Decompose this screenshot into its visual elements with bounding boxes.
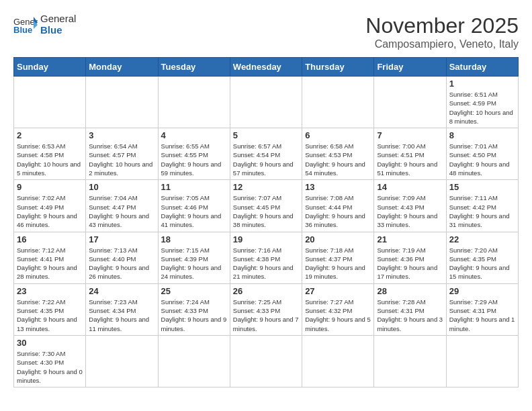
day-cell-0-3 [230, 77, 302, 128]
day-cell-2-6: 15Sunrise: 7:11 AM Sunset: 4:42 PM Dayli… [446, 180, 518, 232]
day-cell-0-4 [302, 77, 374, 128]
day-number: 7 [377, 130, 443, 140]
day-info: Sunrise: 6:54 AM Sunset: 4:57 PM Dayligh… [89, 142, 154, 177]
week-row-3: 16Sunrise: 7:12 AM Sunset: 4:41 PM Dayli… [14, 232, 519, 283]
day-number: 27 [305, 286, 371, 296]
week-row-0: 1Sunrise: 6:51 AM Sunset: 4:59 PM Daylig… [14, 77, 519, 128]
day-cell-5-2 [158, 335, 230, 387]
header: General Blue General Blue November 2025 … [13, 13, 519, 50]
day-cell-5-5 [374, 335, 446, 387]
day-number: 15 [449, 182, 515, 192]
week-row-4: 23Sunrise: 7:22 AM Sunset: 4:35 PM Dayli… [14, 283, 519, 335]
day-number: 9 [17, 182, 83, 192]
day-cell-4-4: 27Sunrise: 7:27 AM Sunset: 4:32 PM Dayli… [302, 283, 374, 335]
day-info: Sunrise: 7:18 AM Sunset: 4:37 PM Dayligh… [305, 246, 371, 281]
day-cell-0-5 [374, 77, 446, 128]
weekday-header-tuesday: Tuesday [158, 58, 230, 77]
weekday-header-row: SundayMondayTuesdayWednesdayThursdayFrid… [14, 58, 519, 77]
day-cell-4-6: 29Sunrise: 7:29 AM Sunset: 4:31 PM Dayli… [446, 283, 518, 335]
day-cell-4-5: 28Sunrise: 7:28 AM Sunset: 4:31 PM Dayli… [374, 283, 446, 335]
day-info: Sunrise: 7:19 AM Sunset: 4:36 PM Dayligh… [377, 246, 443, 281]
day-number: 20 [305, 234, 371, 244]
week-row-2: 9Sunrise: 7:02 AM Sunset: 4:49 PM Daylig… [14, 180, 519, 232]
day-info: Sunrise: 7:02 AM Sunset: 4:49 PM Dayligh… [17, 193, 83, 229]
day-cell-1-4: 6Sunrise: 6:58 AM Sunset: 4:53 PM Daylig… [302, 128, 374, 180]
weekday-header-wednesday: Wednesday [230, 58, 302, 77]
day-number: 12 [233, 182, 299, 192]
day-cell-1-2: 4Sunrise: 6:55 AM Sunset: 4:55 PM Daylig… [158, 128, 230, 180]
logo: General Blue General Blue [13, 13, 76, 36]
day-cell-0-1 [86, 77, 158, 128]
day-info: Sunrise: 7:24 AM Sunset: 4:33 PM Dayligh… [161, 298, 227, 333]
day-cell-0-6: 1Sunrise: 6:51 AM Sunset: 4:59 PM Daylig… [446, 77, 518, 128]
day-cell-5-0: 30Sunrise: 7:30 AM Sunset: 4:30 PM Dayli… [14, 335, 86, 387]
day-number: 17 [89, 234, 154, 244]
day-number: 6 [305, 130, 371, 140]
calendar-table: SundayMondayTuesdayWednesdayThursdayFrid… [13, 57, 519, 387]
day-number: 2 [17, 130, 83, 140]
day-info: Sunrise: 7:09 AM Sunset: 4:43 PM Dayligh… [377, 193, 443, 229]
day-info: Sunrise: 7:22 AM Sunset: 4:35 PM Dayligh… [17, 298, 83, 333]
month-title: November 2025 [365, 13, 519, 38]
day-info: Sunrise: 7:16 AM Sunset: 4:38 PM Dayligh… [233, 246, 299, 281]
day-cell-1-0: 2Sunrise: 6:53 AM Sunset: 4:58 PM Daylig… [14, 128, 86, 180]
day-cell-1-3: 5Sunrise: 6:57 AM Sunset: 4:54 PM Daylig… [230, 128, 302, 180]
day-number: 3 [89, 130, 154, 140]
day-cell-5-3 [230, 335, 302, 387]
day-cell-0-0 [14, 77, 86, 128]
location-title: Camposampiero, Veneto, Italy [365, 38, 519, 50]
day-info: Sunrise: 7:05 AM Sunset: 4:46 PM Dayligh… [161, 193, 227, 229]
day-info: Sunrise: 7:20 AM Sunset: 4:35 PM Dayligh… [449, 246, 515, 281]
day-cell-5-4 [302, 335, 374, 387]
day-info: Sunrise: 7:04 AM Sunset: 4:47 PM Dayligh… [89, 193, 154, 229]
day-cell-3-4: 20Sunrise: 7:18 AM Sunset: 4:37 PM Dayli… [302, 232, 374, 283]
day-number: 18 [161, 234, 227, 244]
svg-text:Blue: Blue [13, 25, 32, 34]
day-cell-5-1 [86, 335, 158, 387]
day-number: 22 [449, 234, 515, 244]
day-number: 25 [161, 286, 227, 296]
day-cell-2-1: 10Sunrise: 7:04 AM Sunset: 4:47 PM Dayli… [86, 180, 158, 232]
weekday-header-sunday: Sunday [14, 58, 86, 77]
weekday-header-friday: Friday [374, 58, 446, 77]
day-info: Sunrise: 6:51 AM Sunset: 4:59 PM Dayligh… [449, 90, 515, 126]
day-number: 24 [89, 286, 154, 296]
day-info: Sunrise: 6:57 AM Sunset: 4:54 PM Dayligh… [233, 142, 299, 177]
day-number: 10 [89, 182, 154, 192]
day-cell-1-6: 8Sunrise: 7:01 AM Sunset: 4:50 PM Daylig… [446, 128, 518, 180]
day-info: Sunrise: 7:08 AM Sunset: 4:44 PM Dayligh… [305, 193, 371, 229]
day-number: 26 [233, 286, 299, 296]
logo-blue-text: Blue [40, 25, 76, 36]
day-info: Sunrise: 7:23 AM Sunset: 4:34 PM Dayligh… [89, 298, 154, 333]
day-info: Sunrise: 7:00 AM Sunset: 4:51 PM Dayligh… [377, 142, 443, 177]
day-cell-2-3: 12Sunrise: 7:07 AM Sunset: 4:45 PM Dayli… [230, 180, 302, 232]
day-info: Sunrise: 7:11 AM Sunset: 4:42 PM Dayligh… [449, 193, 515, 229]
day-cell-2-0: 9Sunrise: 7:02 AM Sunset: 4:49 PM Daylig… [14, 180, 86, 232]
day-cell-4-3: 26Sunrise: 7:25 AM Sunset: 4:33 PM Dayli… [230, 283, 302, 335]
weekday-header-saturday: Saturday [446, 58, 518, 77]
day-number: 13 [305, 182, 371, 192]
day-cell-2-5: 14Sunrise: 7:09 AM Sunset: 4:43 PM Dayli… [374, 180, 446, 232]
day-cell-3-2: 18Sunrise: 7:15 AM Sunset: 4:39 PM Dayli… [158, 232, 230, 283]
day-number: 29 [449, 286, 515, 296]
day-cell-4-2: 25Sunrise: 7:24 AM Sunset: 4:33 PM Dayli… [158, 283, 230, 335]
day-info: Sunrise: 6:53 AM Sunset: 4:58 PM Dayligh… [17, 142, 83, 177]
day-number: 28 [377, 286, 443, 296]
day-info: Sunrise: 7:15 AM Sunset: 4:39 PM Dayligh… [161, 246, 227, 281]
day-number: 30 [17, 338, 83, 348]
day-cell-0-2 [158, 77, 230, 128]
day-number: 11 [161, 182, 227, 192]
day-cell-3-3: 19Sunrise: 7:16 AM Sunset: 4:38 PM Dayli… [230, 232, 302, 283]
day-info: Sunrise: 7:12 AM Sunset: 4:41 PM Dayligh… [17, 246, 83, 281]
day-cell-3-5: 21Sunrise: 7:19 AM Sunset: 4:36 PM Dayli… [374, 232, 446, 283]
day-info: Sunrise: 6:58 AM Sunset: 4:53 PM Dayligh… [305, 142, 371, 177]
day-cell-3-1: 17Sunrise: 7:13 AM Sunset: 4:40 PM Dayli… [86, 232, 158, 283]
day-number: 19 [233, 234, 299, 244]
day-cell-3-0: 16Sunrise: 7:12 AM Sunset: 4:41 PM Dayli… [14, 232, 86, 283]
day-cell-2-2: 11Sunrise: 7:05 AM Sunset: 4:46 PM Dayli… [158, 180, 230, 232]
day-info: Sunrise: 7:28 AM Sunset: 4:31 PM Dayligh… [377, 298, 443, 333]
day-number: 14 [377, 182, 443, 192]
day-info: Sunrise: 7:13 AM Sunset: 4:40 PM Dayligh… [89, 246, 154, 281]
day-info: Sunrise: 7:30 AM Sunset: 4:30 PM Dayligh… [17, 349, 83, 385]
day-cell-4-1: 24Sunrise: 7:23 AM Sunset: 4:34 PM Dayli… [86, 283, 158, 335]
